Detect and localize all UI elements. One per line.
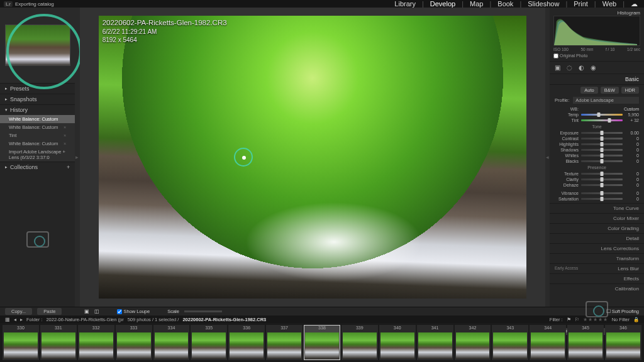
filmstrip-thumb[interactable]: 337 [266, 325, 303, 360]
histogram-exif: ISO 10050 mmf / 101/2 sec [553, 47, 640, 52]
main-image[interactable]: 20220602-PA-Ricketts-Glen-1982.CR3 6/2/2… [99, 16, 526, 299]
histogram[interactable] [553, 16, 640, 46]
title-bar: Lr Exporting catalog Library| Develop| M… [0, 0, 644, 8]
profile-value[interactable]: Adobe Landscape [573, 97, 639, 104]
blacks-slider[interactable] [581, 160, 623, 162]
filmstrip-thumb[interactable]: 345 [567, 325, 604, 360]
panel-tone-curve[interactable]: Tone Curve [550, 203, 644, 213]
navigator-panel[interactable] [0, 8, 75, 83]
original-photo-checkbox[interactable] [553, 53, 558, 58]
filmstrip-thumb[interactable]: 340 [379, 325, 416, 360]
module-book[interactable]: Book [495, 0, 516, 8]
panel-color-grading[interactable]: Color Grading [550, 223, 644, 233]
folder-name[interactable]: 2022-06-Nature-PA-Ricketts-Glen (pr [46, 317, 123, 322]
history-item[interactable]: White Balance: Custom [0, 115, 75, 123]
whites-slider[interactable] [581, 155, 623, 156]
selected-filename: 20220602-PA-Ricketts-Glen-1982.CR3 [182, 317, 266, 322]
clarity-slider[interactable] [581, 178, 623, 180]
module-develop[interactable]: Develop [428, 0, 458, 8]
filmstrip-thumb[interactable]: 332 [78, 325, 114, 360]
vibrance-slider[interactable] [581, 192, 623, 194]
filmstrip-thumb[interactable]: 339 [341, 325, 378, 360]
camera-icon [586, 301, 608, 317]
shadows-slider[interactable] [581, 149, 623, 151]
panel-effects[interactable]: Effects [550, 273, 644, 283]
wb-dropdown[interactable]: Custom [624, 107, 639, 111]
panel-lens-corrections[interactable]: Lens Corrections [550, 243, 644, 253]
hdr-button[interactable]: HDR [621, 87, 639, 94]
history-item[interactable]: White Balance: Custom× [0, 123, 75, 131]
filmstrip[interactable]: 3303313323333343353363373383393403413423… [0, 323, 644, 362]
module-map[interactable]: Map [467, 0, 486, 8]
panel-lens-blur[interactable]: Early AccessLens Blur [550, 263, 644, 273]
filmstrip-thumb[interactable]: 333 [116, 325, 152, 360]
right-panel-handle[interactable]: ◂ [545, 8, 550, 307]
left-panel-handle[interactable]: ▸ [75, 8, 79, 307]
tool-strip: ▣ ◌ ◐ ◉ [550, 62, 644, 74]
show-loupe-checkbox[interactable] [117, 309, 122, 314]
grid-icon[interactable]: ▦ [5, 317, 10, 322]
filmstrip-thumb[interactable]: 346 [605, 325, 641, 360]
loupe-view: 20220602-PA-Ricketts-Glen-1982.CR3 6/2/2… [80, 8, 545, 307]
module-slideshow[interactable]: Slideshow [525, 0, 562, 8]
panel-calibration[interactable]: Calibration [550, 283, 644, 293]
temp-slider[interactable] [581, 114, 623, 116]
filter-lock-icon[interactable]: 🔒 [633, 317, 639, 322]
tint-slider[interactable] [581, 119, 623, 121]
navigator-thumbnail[interactable] [5, 25, 70, 66]
camera-icon [26, 231, 49, 248]
right-panel: Histogram ISO 10050 mmf / 101/2 sec Orig… [550, 8, 644, 307]
module-web[interactable]: Web [600, 0, 619, 8]
cloud-icon[interactable]: ☁ [628, 0, 640, 8]
histogram-header[interactable]: Histogram [553, 10, 640, 16]
photo-count: 509 photos / 1 selected / [128, 317, 179, 322]
heal-tool-icon[interactable]: ◌ [567, 64, 572, 71]
history-item[interactable]: White Balance: Custom× [0, 140, 75, 148]
exposure-slider[interactable] [581, 132, 623, 134]
scale-slider[interactable] [184, 310, 222, 312]
mask-tool-icon[interactable]: ◐ [579, 64, 584, 71]
paste-button[interactable]: Paste [37, 308, 62, 315]
bw-button[interactable]: B&W [601, 87, 619, 94]
filmstrip-thumb[interactable]: 341 [417, 325, 453, 360]
filmstrip-thumb[interactable]: 334 [153, 325, 190, 360]
collections-header[interactable]: ▸Collections+ [0, 162, 75, 172]
filmstrip-thumb[interactable]: 343 [492, 325, 528, 360]
filmstrip-thumb[interactable]: 344 [530, 325, 566, 360]
texture-slider[interactable] [581, 173, 623, 175]
history-item[interactable]: Import Adobe Landscape + Lens (6/3/22 3:… [0, 148, 75, 162]
dehaze-slider[interactable] [581, 184, 623, 186]
filter-flag-icon[interactable]: ⚑ [567, 317, 571, 322]
presets-header[interactable]: ▸Presets [0, 84, 75, 94]
saturation-slider[interactable] [581, 198, 623, 200]
filmstrip-thumb[interactable]: 342 [455, 325, 491, 360]
auto-button[interactable]: Auto [580, 87, 597, 94]
nav-fwd-icon[interactable]: ▸ [20, 317, 23, 322]
copy-button[interactable]: Copy... [5, 308, 32, 315]
loupe-view-icon[interactable]: ▣ [84, 309, 89, 314]
panel-color-mixer[interactable]: Color Mixer [550, 213, 644, 223]
filmstrip-thumb[interactable]: 331 [40, 325, 77, 360]
history-item[interactable]: Tint× [0, 131, 75, 140]
app-badge: Lr [4, 1, 13, 7]
filmstrip-thumb[interactable]: 336 [228, 325, 265, 360]
crop-tool-icon[interactable]: ▣ [555, 64, 560, 71]
redeye-tool-icon[interactable]: ◉ [591, 64, 596, 71]
filmstrip-thumb[interactable]: 338 [304, 325, 340, 360]
module-library[interactable]: Library [392, 0, 418, 8]
panel-transform[interactable]: Transform [550, 253, 644, 263]
overlay-datetime: 6/2/22 11:29:21 AM [103, 28, 227, 36]
nav-back-icon[interactable]: ◂ [14, 317, 16, 322]
overlay-dimensions: 8192 x 5464 [103, 36, 227, 44]
panel-detail[interactable]: Detail [550, 233, 644, 243]
snapshots-header[interactable]: ▸Snapshots [0, 94, 75, 104]
contrast-slider[interactable] [581, 138, 623, 140]
history-header[interactable]: ▾History [0, 105, 75, 115]
info-overlay: 20220602-PA-Ricketts-Glen-1982.CR3 6/2/2… [103, 18, 227, 44]
basic-panel-header[interactable]: Basic [550, 74, 644, 85]
filmstrip-thumb[interactable]: 330 [3, 325, 39, 360]
filmstrip-thumb[interactable]: 335 [191, 325, 227, 360]
highlights-slider[interactable] [581, 143, 623, 145]
module-print[interactable]: Print [571, 0, 591, 8]
before-after-icon[interactable]: ◫ [94, 309, 99, 314]
